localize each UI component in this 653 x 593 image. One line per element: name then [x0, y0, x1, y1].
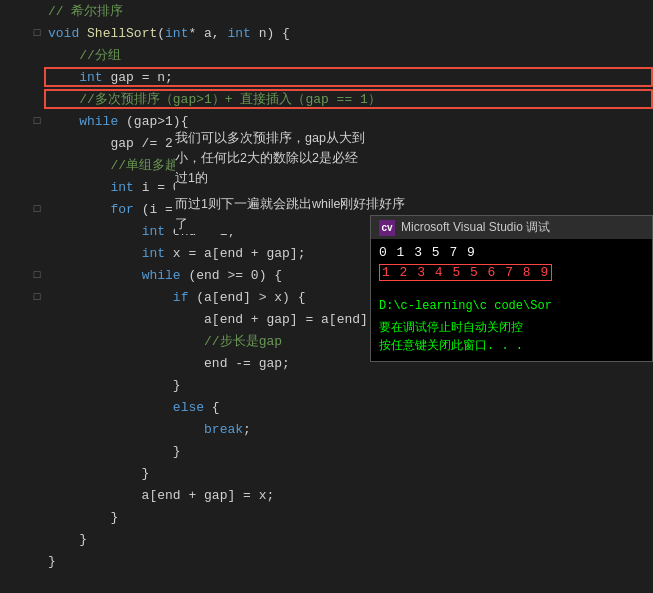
- code-line-23: a[end + gap] = x;: [0, 484, 653, 506]
- code-content: }: [44, 466, 653, 481]
- tooltip-line-3: 过1的: [175, 168, 415, 188]
- vs-hint2: 按任意键关闭此窗口. . .: [379, 337, 644, 355]
- code-content: }: [44, 510, 653, 525]
- code-line-19: else {: [0, 396, 653, 418]
- tooltip-line-1: 我们可以多次预排序，gap从大到: [175, 128, 415, 148]
- code-line-20: break;: [0, 418, 653, 440]
- vs-title: Microsoft Visual Studio 调试: [401, 219, 550, 236]
- vs-output-row2: 1 2 3 4 5 5 6 7 8 9: [379, 264, 552, 281]
- vs-output-panel: cv Microsoft Visual Studio 调试 0 1 3 5 7 …: [370, 215, 653, 362]
- code-content: void ShellSort(int* a, int n) {: [44, 26, 653, 41]
- code-content: else {: [44, 400, 653, 415]
- collapse-icon[interactable]: □: [30, 291, 44, 303]
- code-content: //分组: [44, 46, 653, 64]
- code-content: //多次预排序（gap>1）+ 直接插入（gap == 1）: [44, 90, 653, 108]
- collapse-icon[interactable]: □: [30, 115, 44, 127]
- vs-output-row2-container: 1 2 3 4 5 5 6 7 8 9: [379, 264, 644, 289]
- collapse-icon[interactable]: □: [30, 203, 44, 215]
- code-editor: // 希尔排序 □ void ShellSort(int* a, int n) …: [0, 0, 653, 593]
- collapse-icon[interactable]: □: [30, 269, 44, 281]
- code-line-22: }: [0, 462, 653, 484]
- code-content: // 希尔排序: [44, 2, 653, 20]
- code-line-25: }: [0, 528, 653, 550]
- code-content: while (gap>1){: [44, 114, 653, 129]
- code-line-18: }: [0, 374, 653, 396]
- vs-path: D:\c-learning\c code\Sor: [379, 297, 644, 315]
- vs-icon: cv: [379, 220, 395, 236]
- code-content: break;: [44, 422, 653, 437]
- code-content: }: [44, 532, 653, 547]
- vs-hint1: 要在调试停止时自动关闭控: [379, 319, 644, 337]
- code-content: a[end + gap] = x;: [44, 488, 653, 503]
- code-line-5: //多次预排序（gap>1）+ 直接插入（gap == 1）: [0, 88, 653, 110]
- code-line-2: □ void ShellSort(int* a, int n) {: [0, 22, 653, 44]
- collapse-icon[interactable]: □: [30, 27, 44, 39]
- code-content: }: [44, 378, 653, 393]
- code-line-24: }: [0, 506, 653, 528]
- tooltip-line-2: 小，任何比2大的数除以2是必经: [175, 148, 415, 168]
- code-content: int gap = n;: [44, 70, 653, 85]
- code-line-21: }: [0, 440, 653, 462]
- code-content: }: [44, 554, 653, 569]
- vs-titlebar: cv Microsoft Visual Studio 调试: [371, 216, 652, 239]
- vs-content: 0 1 3 5 7 9 1 2 3 4 5 5 6 7 8 9 D:\c-lea…: [371, 239, 652, 361]
- code-content: }: [44, 444, 653, 459]
- code-line-1: // 希尔排序: [0, 0, 653, 22]
- code-line-26: }: [0, 550, 653, 572]
- code-line-3: //分组: [0, 44, 653, 66]
- vs-output-row1: 0 1 3 5 7 9: [379, 245, 644, 260]
- code-line-4: int gap = n;: [0, 66, 653, 88]
